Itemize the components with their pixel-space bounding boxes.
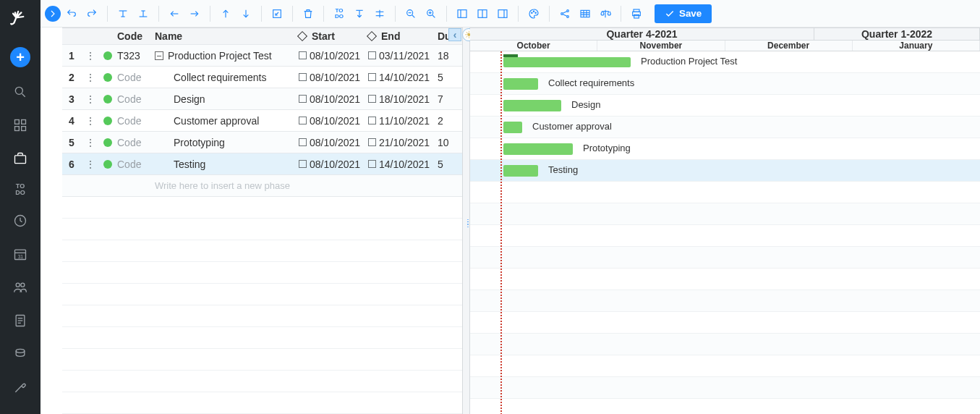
add-button[interactable]: + (10, 47, 30, 67)
cell-code[interactable]: Code (116, 137, 152, 148)
layout-left-button[interactable] (453, 4, 472, 23)
cell-end[interactable]: 11/10/2021 (368, 115, 438, 127)
status-dot[interactable] (100, 51, 116, 60)
move-up-button[interactable] (216, 4, 235, 23)
new-row-placeholder[interactable]: Write here to insert a new phase (62, 175, 462, 197)
gantt-bar[interactable] (503, 143, 573, 155)
gantt-bar[interactable] (503, 57, 631, 67)
cell-code[interactable]: T323 (116, 50, 152, 62)
checkbox-icon[interactable] (299, 95, 307, 103)
splitter[interactable]: ‹ ☀ › ⋮⋮ (463, 28, 470, 414)
cell-dur[interactable]: 7 (438, 93, 462, 105)
delete-button[interactable] (299, 4, 318, 23)
cell-start[interactable]: 08/10/2021 (299, 159, 368, 170)
gantt-row[interactable]: Prototyping (470, 138, 980, 160)
table-row[interactable]: 6⋮CodeTesting08/10/202114/10/20215 (62, 153, 462, 175)
clock-icon[interactable] (12, 212, 29, 229)
gantt-row[interactable]: Production Project Test (470, 51, 980, 73)
cell-dur[interactable]: 18 (438, 50, 462, 62)
todo-toolbar-icon[interactable]: TODO (330, 4, 349, 23)
briefcase-icon[interactable] (12, 150, 29, 167)
status-dot[interactable] (100, 73, 116, 82)
settings-icon[interactable] (12, 379, 29, 396)
table-row[interactable]: 3⋮CodeDesign08/10/202118/10/20217 (62, 88, 462, 110)
document-icon[interactable] (12, 312, 29, 329)
table-row[interactable]: 4⋮CodeCustomer approval08/10/202111/10/2… (62, 110, 462, 132)
drag-handle-icon[interactable]: ⋮ (81, 93, 100, 105)
cell-end[interactable]: 21/10/2021 (368, 137, 438, 148)
checkbox-icon[interactable] (299, 51, 307, 59)
cell-code[interactable]: Code (116, 72, 152, 83)
cell-end[interactable]: 18/10/2021 (368, 93, 438, 105)
col-code[interactable]: Code (116, 30, 152, 42)
status-dot[interactable] (100, 117, 116, 125)
cell-code[interactable]: Code (116, 115, 152, 127)
status-dot[interactable] (100, 138, 116, 147)
gantt-row[interactable]: Testing (470, 160, 980, 182)
checkbox-icon[interactable] (368, 73, 376, 81)
cell-end[interactable]: 14/10/2021 (368, 72, 438, 83)
cell-code[interactable]: Code (116, 93, 152, 105)
cell-start[interactable]: 08/10/2021 (299, 72, 368, 83)
move-down-button[interactable] (237, 4, 255, 23)
layout-right-button[interactable] (493, 4, 512, 23)
new-phase-input[interactable]: Write here to insert a new phase (152, 180, 299, 191)
share-icon[interactable] (555, 4, 574, 23)
cell-end[interactable]: 14/10/2021 (368, 159, 438, 170)
drag-handle-icon[interactable]: ⋮ (81, 137, 100, 148)
checkbox-icon[interactable] (368, 138, 376, 146)
cell-start[interactable]: 08/10/2021 (299, 115, 368, 127)
layout-split-button[interactable] (473, 4, 492, 23)
drag-handle-icon[interactable]: ⋮ (81, 72, 100, 83)
cell-name[interactable]: Collect requirements (152, 72, 299, 83)
col-end[interactable]: End (368, 30, 438, 42)
cell-dur[interactable]: 5 (438, 72, 462, 83)
cell-start[interactable]: 08/10/2021 (299, 137, 368, 148)
timeline-prev-button[interactable]: ‹ (448, 28, 461, 41)
cell-start[interactable]: 08/10/2021 (299, 50, 368, 62)
checkbox-icon[interactable] (299, 138, 307, 146)
insert-below-button[interactable] (134, 4, 153, 23)
checkbox-icon[interactable] (299, 73, 307, 81)
checkbox-icon[interactable] (368, 160, 376, 168)
collapse-icon[interactable] (155, 51, 163, 60)
gantt-bar[interactable] (503, 100, 561, 111)
gantt-body[interactable]: Production Project TestCollect requireme… (470, 51, 980, 414)
col-start[interactable]: Start (299, 30, 368, 42)
checkbox-icon[interactable] (299, 160, 307, 168)
team-icon[interactable] (12, 279, 29, 296)
cell-name[interactable]: Production Project Test (152, 50, 299, 62)
indent-button[interactable] (185, 4, 204, 23)
print-icon[interactable] (627, 4, 646, 23)
redo-button[interactable] (82, 4, 101, 23)
search-icon[interactable] (12, 83, 29, 101)
col-name[interactable]: Name (152, 30, 299, 42)
gantt-row[interactable]: Collect requirements (470, 73, 980, 95)
checkbox-icon[interactable] (368, 51, 376, 59)
dashboard-icon[interactable] (12, 117, 29, 134)
zoom-out-button[interactable] (401, 4, 420, 23)
undo-button[interactable] (62, 4, 81, 23)
cell-start[interactable]: 08/10/2021 (299, 93, 368, 105)
baseline-button[interactable] (370, 4, 389, 23)
checkbox-icon[interactable] (368, 117, 376, 124)
drag-handle-icon[interactable]: ⋮ (81, 115, 100, 127)
gantt-bar[interactable] (503, 165, 538, 177)
table-row[interactable]: 1⋮T323Production Project Test08/10/20210… (62, 45, 462, 67)
gantt-bar[interactable] (503, 78, 538, 90)
cost-icon[interactable] (12, 345, 29, 363)
balance-icon[interactable] (596, 4, 615, 23)
cell-name[interactable]: Testing (152, 159, 299, 170)
insert-above-button[interactable] (114, 4, 132, 23)
status-dot[interactable] (100, 160, 116, 169)
cell-end[interactable]: 03/11/2021 (368, 50, 438, 62)
cell-dur[interactable]: 2 (438, 115, 462, 127)
cell-name[interactable]: Prototyping (152, 137, 299, 148)
drag-handle-icon[interactable]: ⋮ (81, 50, 100, 62)
critical-path-button[interactable] (350, 4, 369, 23)
cell-dur[interactable]: 10 (438, 137, 462, 148)
cell-name[interactable]: Design (152, 93, 299, 105)
zoom-in-button[interactable] (422, 4, 440, 23)
outdent-button[interactable] (165, 4, 184, 23)
shrink-button[interactable] (268, 4, 286, 23)
